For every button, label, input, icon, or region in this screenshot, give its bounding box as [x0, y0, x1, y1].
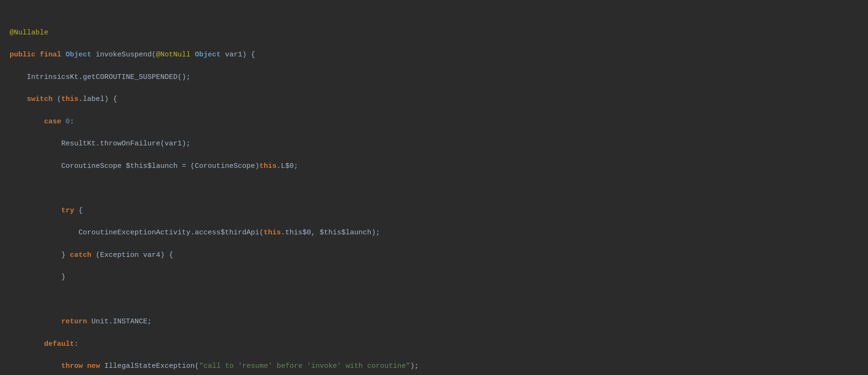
line-3: IntrinsicsKt.getCOROUTINE_SUSPENDED(); — [10, 72, 858, 83]
line-14: return Unit.INSTANCE; — [10, 316, 858, 327]
line-12: } — [10, 272, 858, 283]
kw-switch: switch — [27, 95, 53, 103]
line-15: default: — [10, 339, 858, 350]
kw-public: public — [10, 51, 35, 59]
line-8 — [10, 183, 858, 194]
kw-catch: catch — [70, 251, 91, 259]
line-4: switch (this.label) { — [10, 94, 858, 105]
kw-this-2: this — [259, 162, 277, 170]
kw-this-3: this — [264, 229, 281, 237]
kw-default: default — [44, 340, 74, 348]
line-7: CoroutineScope $this$launch = (Coroutine… — [10, 161, 858, 172]
kw-return-1: return — [61, 318, 87, 326]
kw-new-1: new — [87, 362, 100, 370]
annotation-notnull-1: @NotNull — [156, 51, 190, 59]
str-1: "call to 'resume' before 'invoke' with c… — [199, 362, 410, 370]
line-1: @Nullable — [10, 27, 858, 38]
line-5: case 0: — [10, 116, 858, 127]
line-16: throw new IllegalStateException("call to… — [10, 361, 858, 372]
kw-this-1: this — [61, 95, 78, 103]
line-2: public final Object invokeSuspend(@NotNu… — [10, 49, 858, 60]
line-6: ResultKt.throwOnFailure(var1); — [10, 138, 858, 149]
kw-try: try — [61, 207, 74, 215]
type-object-2: Object — [195, 51, 221, 59]
line-9: try { — [10, 205, 858, 216]
line-10: CoroutineExceptionActivity.access$thirdA… — [10, 227, 858, 238]
line-11: } catch (Exception var4) { — [10, 250, 858, 261]
code-editor: @Nullable public final Object invokeSusp… — [0, 0, 868, 375]
annotation-nullable: @Nullable — [10, 29, 48, 37]
kw-case: case — [44, 118, 61, 126]
kw-throw: throw — [61, 362, 83, 370]
line-13 — [10, 294, 858, 305]
type-object: Object — [66, 51, 91, 59]
kw-final: final — [40, 51, 61, 59]
num-0: 0 — [66, 118, 70, 126]
